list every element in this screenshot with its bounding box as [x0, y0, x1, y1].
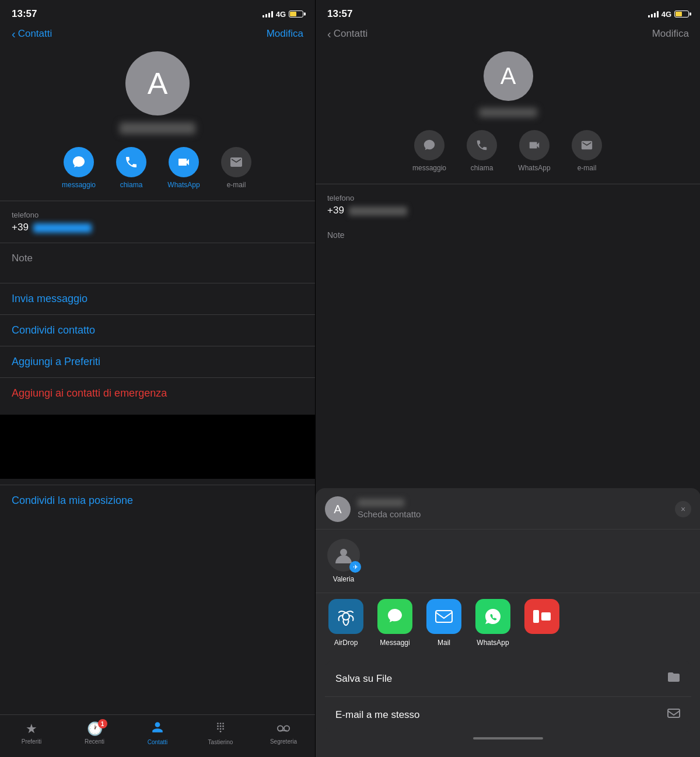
whatsapp-label-right: WhatsApp — [518, 164, 550, 172]
svg-rect-18 — [668, 709, 680, 717]
nav-preferiti[interactable]: ★ Preferiti — [14, 721, 49, 745]
nav-recenti[interactable]: 🕐 1 Recenti — [77, 721, 112, 745]
action-chiama[interactable]: chiama — [111, 147, 152, 189]
app-mail[interactable]: Mail — [425, 599, 463, 647]
menu-condividi-posizione[interactable]: Condividi la mia posizione — [0, 485, 315, 516]
share-contact-subtitle: Scheda contatto — [358, 509, 421, 519]
nav-segreteria-label: Segreteria — [270, 738, 297, 745]
action-chiama-right: chiama — [461, 130, 502, 172]
email-label-right: e-mail — [578, 164, 597, 172]
person-icon — [151, 721, 164, 737]
svg-point-5 — [222, 726, 224, 727]
airdrop-icon — [328, 599, 363, 634]
signal-label-left: 4G — [276, 10, 286, 19]
svg-rect-15 — [436, 611, 452, 622]
action-row-right: messaggio chiama WhatsApp e-mail — [316, 130, 700, 184]
chiama-icon-right — [467, 130, 497, 160]
menu-emergenza[interactable]: Aggiungi ai contatti di emergenza — [0, 377, 315, 409]
svg-point-13 — [340, 549, 347, 556]
menu-invia-messaggio[interactable]: Invia messaggio — [0, 283, 315, 314]
menu-aggiungi-preferiti[interactable]: Aggiungi a Preferiti — [0, 346, 315, 377]
nav-tastierino[interactable]: Tastierino — [203, 721, 238, 745]
action-messaggio[interactable]: messaggio — [58, 147, 99, 189]
messaggi-label: Messaggi — [380, 639, 410, 647]
avatar-right: A — [484, 51, 533, 101]
nav-tastierino-label: Tastierino — [208, 739, 233, 745]
valeria-label: Valeria — [333, 575, 354, 583]
nav-segreteria[interactable]: Segreteria — [266, 721, 301, 745]
whatsapp-app-label: WhatsApp — [477, 639, 509, 647]
avatar-left: A — [125, 51, 190, 115]
bottom-nav-left: ★ Preferiti 🕐 1 Recenti Contatti Tastier… — [0, 714, 315, 757]
avatar-section-right: A — [316, 45, 700, 130]
action-email[interactable]: e-mail — [216, 147, 257, 189]
app-airdrop[interactable]: AirDrop — [327, 599, 365, 647]
time-right: 13:57 — [327, 8, 352, 20]
svg-point-7 — [220, 728, 222, 730]
status-icons-left: 4G — [262, 10, 303, 19]
salva-su-file[interactable]: Salva su File — [325, 661, 691, 697]
svg-point-1 — [220, 723, 222, 724]
edit-button-right[interactable]: Modifica — [652, 28, 689, 40]
mail-icon — [426, 599, 461, 634]
whatsapp-app-icon — [475, 599, 510, 634]
nav-bar-left: ‹ Contatti Modifica — [0, 24, 315, 45]
app-partial[interactable] — [523, 599, 561, 647]
svg-point-4 — [220, 726, 222, 727]
contact-valeria[interactable]: ✈ Valeria — [327, 539, 360, 583]
signal-icon — [262, 10, 273, 17]
apps-scroll: AirDrop Messaggi Mail — [316, 593, 700, 656]
partial-app-icon — [524, 599, 559, 634]
edit-button-left[interactable]: Modifica — [267, 28, 303, 40]
svg-point-2 — [222, 723, 224, 724]
battery-icon-right — [674, 10, 689, 17]
contacts-scroll: ✈ Valeria — [316, 530, 700, 593]
email-label: e-mail — [227, 181, 246, 189]
whatsapp-icon — [169, 147, 199, 177]
status-icons-right: 4G — [648, 10, 689, 19]
action-messaggio-right: messaggio — [409, 130, 450, 172]
back-button-right[interactable]: ‹ Contatti — [327, 28, 368, 40]
keypad-icon — [214, 721, 227, 737]
share-contact-avatar: A — [325, 496, 351, 522]
svg-point-6 — [217, 728, 219, 730]
back-button-left[interactable]: ‹ Contatti — [12, 28, 52, 40]
telefono-section-right: telefono +39 — [316, 184, 700, 226]
messaggio-icon — [64, 147, 94, 177]
avatar-section-left: A — [0, 45, 315, 147]
recenti-badge: 1 — [98, 719, 107, 728]
app-messaggi[interactable]: Messaggi — [376, 599, 414, 647]
share-close-button[interactable]: × — [675, 501, 691, 517]
menu-section-left: Invia messaggio Condividi contatto Aggiu… — [0, 283, 315, 409]
chevron-left-icon: ‹ — [12, 28, 16, 40]
nav-bar-right: ‹ Contatti Modifica — [316, 24, 700, 45]
email-a-me-stesso[interactable]: E-mail a me stesso — [325, 697, 691, 733]
right-panel: 13:57 4G ‹ Contatti Modifica A — [316, 0, 700, 757]
folder-icon — [667, 670, 681, 687]
app-whatsapp[interactable]: WhatsApp — [474, 599, 512, 647]
telefono-label-right: telefono — [327, 194, 689, 202]
email-icon — [221, 147, 251, 177]
chiama-label-right: chiama — [471, 164, 494, 172]
action-email-right: e-mail — [566, 130, 607, 172]
star-icon: ★ — [26, 721, 37, 737]
svg-rect-16 — [533, 610, 539, 623]
phone-number-right: +39 — [327, 205, 689, 216]
messaggio-label-right: messaggio — [412, 164, 446, 172]
home-indicator-right — [473, 737, 543, 740]
signal-label-right: 4G — [662, 10, 671, 19]
contact-name-blur-right — [479, 108, 537, 117]
share-contact-info: Scheda contatto — [358, 499, 675, 520]
email-icon-right — [572, 130, 602, 160]
messaggio-icon-right — [414, 130, 444, 160]
chiama-icon — [116, 147, 146, 177]
status-bar-right: 13:57 4G — [316, 0, 700, 24]
menu-condividi-contatto[interactable]: Condividi contatto — [0, 314, 315, 346]
phone-number-left: +39 — [12, 222, 303, 233]
valeria-avatar: ✈ — [327, 539, 360, 572]
contact-name-blur-left — [120, 122, 195, 134]
action-whatsapp[interactable]: WhatsApp — [163, 147, 204, 189]
left-panel: 13:57 4G ‹ Contatti Modifica A — [0, 0, 315, 757]
telefono-label-left: telefono — [12, 211, 303, 219]
nav-contatti[interactable]: Contatti — [140, 721, 175, 745]
